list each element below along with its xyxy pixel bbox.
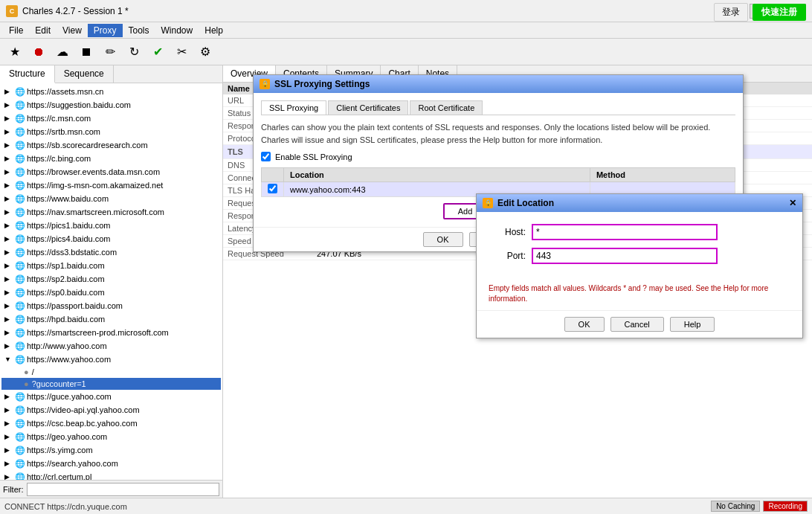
menu-edit[interactable]: Edit — [29, 24, 57, 37]
tree-item[interactable]: ▶🌐https://browser.events.data.msn.com — [1, 165, 221, 179]
tree-item[interactable]: ▶🌐https://sp1.baidu.com — [1, 259, 221, 272]
menu-view[interactable]: View — [57, 24, 88, 37]
expand-arrow[interactable]: ▶ — [4, 235, 13, 242]
edit-cancel-button[interactable]: Cancel — [610, 317, 664, 332]
expand-arrow[interactable]: ▶ — [4, 195, 13, 202]
expand-arrow[interactable]: ▶ — [4, 168, 13, 176]
scissors-button[interactable]: ✂ — [171, 42, 192, 62]
expand-arrow[interactable]: ▶ — [4, 342, 13, 350]
ssl-row-checkbox[interactable] — [268, 184, 277, 193]
menu-file[interactable]: File — [3, 24, 29, 37]
expand-arrow[interactable]: ▶ — [4, 141, 13, 149]
tree-item[interactable]: ▶🌐https://pics4.baidu.com — [1, 232, 221, 245]
expand-arrow[interactable]: ▶ — [4, 248, 13, 256]
tree-item[interactable]: ▶🌐https://smartscreen-prod.microsoft.com — [1, 326, 221, 339]
globe-icon: 🌐 — [15, 301, 25, 311]
tree-area[interactable]: ▶🌐https://assets.msn.cn▶🌐https://suggest… — [0, 83, 222, 480]
ssl-tab-client-certs[interactable]: Client Certificates — [328, 100, 408, 115]
expand-arrow[interactable]: ▶ — [4, 329, 13, 336]
tree-item[interactable]: ▶🌐https://dss3.bdstatic.com — [1, 245, 221, 259]
tree-item[interactable]: ▶🌐https://passport.baidu.com — [1, 299, 221, 312]
menu-tools[interactable]: Tools — [123, 24, 155, 37]
edit-help-button[interactable]: Help — [670, 317, 715, 332]
expand-arrow[interactable]: ▶ — [4, 181, 13, 189]
tree-item[interactable]: ▶🌐https://search.yahoo.com — [1, 457, 221, 470]
tree-item[interactable]: ▶🌐https://guce.yahoo.com — [1, 390, 221, 403]
tree-item-label: https://passport.baidu.com — [27, 301, 123, 310]
tree-item[interactable]: ▶🌐https://s.yimg.com — [1, 443, 221, 457]
tree-item[interactable]: ▶🌐https://sp0.baidu.com — [1, 286, 221, 299]
expand-arrow[interactable]: ▶ — [4, 433, 13, 440]
ssl-tab-root-cert[interactable]: Root Certificate — [410, 100, 483, 115]
recording-badge[interactable]: Recording — [763, 501, 808, 512]
check-button[interactable]: ✔ — [147, 42, 168, 62]
tree-item[interactable]: ●?guccounter=1 — [1, 378, 221, 390]
expand-arrow[interactable]: ▶ — [4, 275, 13, 283]
expand-arrow[interactable]: ▶ — [4, 128, 13, 135]
tree-item[interactable]: ▶🌐https://video-api.yql.yahoo.com — [1, 403, 221, 417]
record-button[interactable]: ⏺ — [28, 42, 49, 62]
expand-arrow[interactable]: ▶ — [4, 315, 13, 323]
expand-arrow[interactable]: ▶ — [4, 393, 13, 400]
expand-arrow[interactable]: ▶ — [4, 115, 13, 122]
stop-button[interactable]: ⏹ — [76, 42, 97, 62]
ssl-enable-checkbox[interactable] — [261, 152, 271, 161]
expand-arrow[interactable]: ▶ — [4, 473, 13, 480]
login-button[interactable]: 登录 — [714, 3, 748, 22]
tree-item[interactable]: ▶🌐http://crl.certum.pl — [1, 470, 221, 480]
tree-item[interactable]: ▶🌐https://hpd.baidu.com — [1, 312, 221, 326]
filter-input[interactable] — [27, 483, 220, 496]
tree-item[interactable]: ▶🌐https://c.msn.com — [1, 112, 221, 125]
expand-arrow[interactable]: ▶ — [4, 101, 13, 109]
ssl-row-check[interactable] — [262, 182, 284, 197]
tree-item[interactable]: ▶🌐https://sp2.baidu.com — [1, 272, 221, 286]
ssl-ok-button[interactable]: OK — [423, 232, 463, 247]
tree-item[interactable]: ▶🌐https://srtb.msn.com — [1, 125, 221, 138]
pen-button[interactable]: ✏ — [100, 42, 120, 62]
expand-arrow[interactable]: ▶ — [4, 302, 13, 309]
expand-arrow[interactable]: ▶ — [4, 222, 13, 229]
expand-arrow[interactable]: ▶ — [4, 208, 13, 216]
star-button[interactable]: ★ — [4, 42, 25, 62]
menu-window[interactable]: Window — [155, 24, 199, 37]
tree-item[interactable]: ▶🌐https://nav.smartscreen.microsoft.com — [1, 205, 221, 219]
expand-arrow[interactable]: ▶ — [4, 420, 13, 427]
register-button[interactable]: 快速注册 — [753, 4, 806, 21]
refresh-button[interactable]: ↻ — [123, 42, 144, 62]
host-input[interactable] — [532, 224, 718, 240]
tree-item[interactable]: ▶🌐https://assets.msn.cn — [1, 85, 221, 98]
edit-location-close[interactable]: ✕ — [789, 198, 796, 208]
tree-item[interactable]: ▶🌐https://suggestion.baidu.com — [1, 98, 221, 112]
tree-item[interactable]: ▶🌐https://img-s-msn-com.akamaized.net — [1, 179, 221, 192]
expand-arrow[interactable]: ▶ — [4, 262, 13, 269]
tab-structure[interactable]: Structure — [0, 65, 55, 83]
throttle-button[interactable]: ☁ — [52, 42, 73, 62]
tree-item[interactable]: ▶🌐https://geo.yahoo.com — [1, 430, 221, 443]
expand-arrow[interactable]: ▶ — [4, 289, 13, 296]
globe-icon: 🌐 — [15, 86, 25, 97]
expand-arrow[interactable]: ▶ — [4, 406, 13, 414]
indent-space — [13, 368, 22, 376]
expand-arrow[interactable]: ▶ — [4, 155, 13, 162]
tree-item[interactable]: ▶🌐http://www.yahoo.com — [1, 339, 221, 353]
expand-arrow[interactable]: ▶ — [4, 460, 13, 467]
edit-ok-button[interactable]: OK — [564, 317, 605, 332]
tree-item[interactable]: ▶🌐https://www.baidu.com — [1, 192, 221, 205]
no-caching-badge[interactable]: No Caching — [711, 501, 760, 512]
gear-button[interactable]: ⚙ — [195, 42, 216, 62]
tree-item-label: https://c.msn.com — [27, 114, 91, 123]
menu-proxy[interactable]: Proxy — [88, 24, 123, 37]
ssl-tab-proxying[interactable]: SSL Proxying — [261, 100, 326, 115]
tree-item[interactable]: ▶🌐https://pics1.baidu.com — [1, 219, 221, 232]
port-input[interactable] — [532, 248, 718, 264]
expand-arrow[interactable]: ▶ — [4, 446, 13, 454]
tree-item[interactable]: ▶🌐https://c.bing.com — [1, 152, 221, 165]
tab-sequence[interactable]: Sequence — [55, 65, 114, 83]
expand-arrow[interactable]: ▼ — [4, 356, 13, 363]
tree-item[interactable]: ▶🌐https://csc.beap.bc.yahoo.com — [1, 417, 221, 430]
tree-item[interactable]: ▼🌐https://www.yahoo.com — [1, 353, 221, 366]
tree-item[interactable]: ▶🌐https://sb.scorecardresearch.com — [1, 138, 221, 152]
menu-help[interactable]: Help — [199, 24, 229, 37]
tree-item[interactable]: ●/ — [1, 366, 221, 378]
expand-arrow[interactable]: ▶ — [4, 88, 13, 95]
